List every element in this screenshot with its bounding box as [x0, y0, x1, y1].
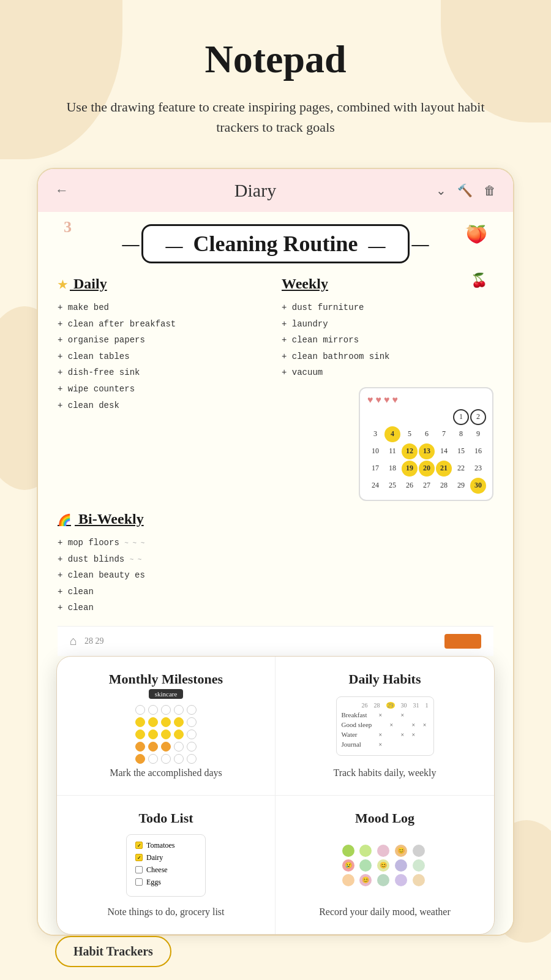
- sparkle-deco-icon: ✦: [465, 221, 475, 236]
- nav-bar-indicator: [444, 634, 481, 649]
- habits-row: Good sleep × × ×: [342, 721, 429, 728]
- trash-icon[interactable]: 🗑: [484, 184, 496, 198]
- dots-row-2: [135, 717, 197, 727]
- date-nav-label: 28 29: [84, 636, 104, 646]
- cal-cell: 19: [402, 461, 418, 477]
- habits-row: Breakfast × ×: [342, 711, 429, 718]
- milestone-dot: [187, 705, 197, 715]
- milestone-dot: [174, 729, 184, 739]
- daily-habits-title: Daily Habits: [349, 671, 421, 687]
- cherry-icon: 🍒: [471, 273, 487, 288]
- milestone-dot: [135, 742, 145, 752]
- daily-habits-section: Daily Habits 26 28 29 30 31 1: [276, 657, 494, 796]
- list-item: laundry: [282, 316, 493, 333]
- cal-cell: 16: [470, 443, 486, 459]
- todo-checkbox: [135, 878, 143, 886]
- list-item: clean beauty es: [58, 567, 493, 584]
- habits-table: 26 28 29 30 31 1 Breakfast ×: [336, 696, 434, 756]
- mood-dot: 😊: [377, 859, 389, 872]
- list-item: organise papers: [58, 332, 269, 349]
- milestone-dot: [187, 742, 197, 752]
- mood-dot: [359, 845, 372, 857]
- milestone-dot: [148, 729, 158, 739]
- dots-row-5: [135, 754, 197, 764]
- todo-item: ✓ Dairy: [135, 853, 197, 862]
- cal-cell: 26: [402, 478, 418, 494]
- list-item: clean tables: [58, 349, 269, 365]
- cal-cell: 5: [402, 426, 418, 442]
- todo-item: Cheese: [135, 865, 197, 875]
- cal-cell: 21: [436, 461, 452, 477]
- cal-cell: [419, 409, 435, 425]
- list-item: dust furniture: [282, 300, 493, 316]
- milestone-dot: [135, 705, 145, 715]
- daily-section: ★ Daily make bed clean after breakfast o…: [58, 276, 269, 501]
- cal-cell: 24: [367, 478, 383, 494]
- diary-header: ← Diary ⌄ 🔨 🗑: [38, 169, 513, 212]
- daily-heading: ★ Daily: [58, 276, 269, 292]
- cal-cell: 11: [384, 443, 400, 459]
- list-item: make bed: [58, 300, 269, 316]
- notepad-card: ← Diary ⌄ 🔨 🗑 3 — Cleaning Routine — 🍑 ✦: [37, 168, 514, 936]
- list-item: dish-free sink: [58, 364, 269, 381]
- cal-cell: 14: [436, 443, 452, 459]
- cal-cell: 23: [470, 461, 486, 477]
- rainbow-icon: 🌈: [58, 514, 71, 526]
- home-icon[interactable]: ⌂: [70, 634, 77, 648]
- mini-calendar: ♥ ♥ ♥ ♥ 1 2: [359, 387, 493, 501]
- milestone-dot: [174, 717, 184, 727]
- mood-dot: [395, 859, 407, 872]
- milestone-dot: [161, 729, 171, 739]
- cal-cell: [436, 409, 452, 425]
- weekly-task-list: dust furniture laundry clean mirrors cle…: [282, 300, 493, 381]
- list-item: clean after breakfast: [58, 316, 269, 333]
- list-item: clean bathroom sink: [282, 349, 493, 365]
- cal-cell: 10: [367, 443, 383, 459]
- cal-cell: [384, 409, 400, 425]
- diary-nav: ⌂ 28 29: [58, 626, 493, 656]
- milestone-dot: [161, 705, 171, 715]
- habits-header: 26 28 29 30 31 1: [342, 702, 429, 709]
- chevron-down-icon[interactable]: ⌄: [436, 183, 446, 198]
- monthly-milestones-section: Monthly Milestones skincare: [57, 657, 276, 796]
- mood-dot: [342, 874, 354, 886]
- milestone-dot: [161, 754, 171, 764]
- todo-checkbox: [135, 866, 143, 873]
- biweekly-task-list: mop floors ~ ~ ~ dust blinds ~ ~ clean b…: [58, 535, 493, 616]
- calendar-hearts: ♥ ♥ ♥ ♥: [367, 394, 485, 405]
- cleaning-title-wrapper: 3 — Cleaning Routine — 🍑 ✦: [58, 224, 493, 263]
- habit-trackers-badge: Habit Trackers: [55, 936, 171, 967]
- dots-row-1: [135, 705, 197, 715]
- habits-description: Track habits daily, weekly: [333, 766, 436, 780]
- back-arrow-icon[interactable]: ←: [55, 183, 69, 198]
- todo-checkbox: ✓: [135, 842, 143, 849]
- cal-cell: 9: [470, 426, 486, 442]
- cal-cell: 7: [436, 426, 452, 442]
- list-item: clean mirrors: [282, 332, 493, 349]
- dots-row-4: [135, 742, 197, 752]
- diary-title: Diary: [234, 180, 276, 201]
- milestone-dot: [148, 705, 158, 715]
- milestone-dot: [161, 717, 171, 727]
- list-item: clean desk: [58, 398, 269, 414]
- mood-dot: [342, 845, 354, 857]
- cal-cell: 15: [453, 443, 469, 459]
- todo-item: ✓ Tomatoes: [135, 841, 197, 850]
- habits-row: Water × × ×: [342, 731, 429, 738]
- milestone-dot: [187, 729, 197, 739]
- cal-cell: 13: [419, 443, 435, 459]
- cal-cell: 28: [436, 478, 452, 494]
- page-title: Notepad: [204, 37, 346, 82]
- cal-cell: 8: [453, 426, 469, 442]
- mood-dot: 😊: [395, 845, 407, 857]
- cal-cell: 4: [384, 426, 400, 442]
- cal-cell: 18: [384, 461, 400, 477]
- list-item: mop floors ~ ~ ~: [58, 535, 493, 551]
- todo-checkbox: ✓: [135, 854, 143, 861]
- biweekly-section: 🌈 Bi-Weekly mop floors ~ ~ ~ dust blinds…: [58, 511, 493, 626]
- mood-dot: 😊: [359, 874, 372, 886]
- mood-dots-grid: 😊 😢 😊 😊: [342, 845, 428, 886]
- milestones-description: Mark the accomplished days: [110, 766, 222, 780]
- milestone-dot: [135, 729, 145, 739]
- mood-dot: 😢: [342, 859, 354, 872]
